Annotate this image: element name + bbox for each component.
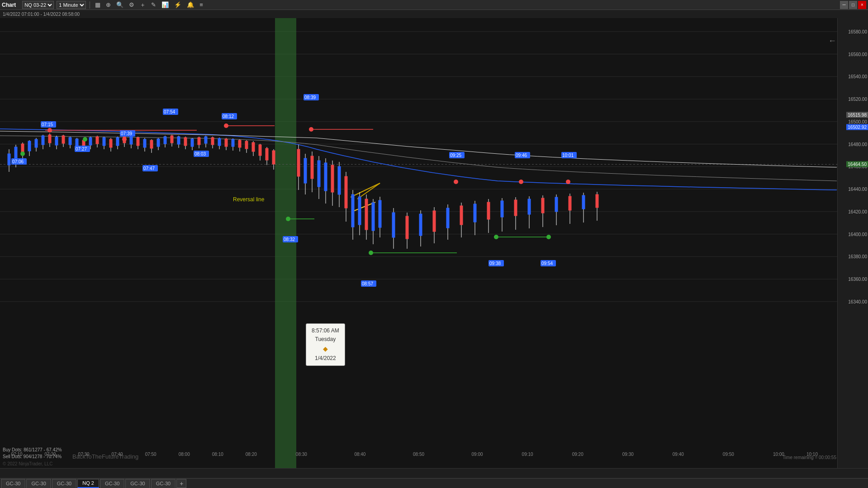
svg-rect-163: [596, 194, 598, 208]
svg-rect-161: [582, 195, 585, 209]
time-label-0910: 09:10: [522, 452, 533, 457]
tab-add-button[interactable]: +: [176, 479, 186, 488]
tooltip-dot: ◆: [312, 344, 339, 354]
time-label-0940: 09:40: [673, 452, 684, 457]
time-label-0950: 09:50: [723, 452, 734, 457]
svg-rect-55: [103, 137, 105, 146]
chart-svg: Reversal line 07:06 07:15 07:27 07:39 07…: [0, 18, 837, 468]
tab-gc30-2[interactable]: GC-30: [26, 479, 51, 488]
svg-rect-97: [245, 141, 248, 149]
time-label-0850: 08:50: [413, 452, 424, 457]
tab-gc30-3[interactable]: GC-30: [52, 479, 76, 488]
svg-rect-105: [272, 151, 275, 164]
svg-text:07:27: 07:27: [76, 147, 87, 152]
app-title: Chart: [2, 2, 16, 8]
svg-text:09:38: 09:38: [489, 261, 501, 266]
price-label-16400: 16400.00: [848, 232, 867, 237]
svg-text:08:03: 08:03: [194, 152, 206, 156]
svg-point-172: [83, 137, 87, 142]
svg-rect-0: [0, 18, 837, 468]
svg-text:07:47: 07:47: [143, 166, 155, 171]
svg-rect-85: [204, 137, 207, 143]
svg-point-171: [20, 152, 25, 156]
tab-nq2[interactable]: NQ 2: [77, 479, 99, 488]
price-label-16540: 16540.00: [848, 74, 867, 79]
price-label-16502: 16502.92: [846, 124, 868, 130]
tooltip-time: 8:57:06 AM: [312, 327, 339, 335]
svg-rect-29: [14, 147, 17, 158]
svg-text:07:39: 07:39: [121, 131, 132, 136]
svg-rect-133: [392, 213, 395, 237]
svg-rect-63: [130, 137, 133, 144]
svg-rect-43: [62, 136, 65, 143]
svg-rect-45: [69, 137, 71, 145]
strategy-icon[interactable]: ⚡: [173, 1, 183, 8]
svg-rect-137: [419, 214, 422, 236]
bar-chart-icon[interactable]: ▦: [94, 1, 102, 8]
copyright: © 2022 NinjaTrader, LLC: [3, 461, 52, 466]
svg-rect-53: [96, 137, 99, 144]
svg-rect-79: [184, 137, 187, 146]
svg-rect-145: [474, 204, 476, 222]
svg-rect-119: [338, 166, 341, 194]
svg-rect-149: [501, 201, 503, 217]
svg-rect-125: [358, 197, 361, 225]
svg-rect-73: [164, 137, 166, 144]
svg-text:10:01: 10:01: [562, 153, 574, 158]
svg-text:07:15: 07:15: [42, 122, 53, 127]
svg-rect-81: [191, 139, 194, 147]
indicator-icon[interactable]: 📊: [160, 1, 170, 8]
back-arrow[interactable]: ←: [828, 36, 836, 46]
instrument-select[interactable]: NQ 03-22: [22, 1, 54, 9]
svg-rect-71: [157, 139, 160, 147]
time-label-0930: 09:30: [622, 452, 634, 457]
price-label-16420: 16420.00: [848, 209, 867, 214]
settings-icon[interactable]: ⚙: [128, 1, 136, 8]
svg-rect-155: [541, 198, 544, 213]
menu-icon[interactable]: ≡: [198, 1, 204, 8]
svg-rect-139: [433, 211, 436, 232]
svg-point-168: [454, 180, 458, 184]
svg-rect-75: [171, 136, 173, 143]
timeframe-select[interactable]: 1 Minute: [57, 1, 86, 9]
svg-point-164: [47, 128, 52, 133]
crosshair-icon[interactable]: ⊕: [104, 1, 112, 8]
price-label-16480: 16480.00: [848, 142, 867, 147]
plus-icon[interactable]: ＋: [138, 1, 147, 9]
time-label-0900: 09:00: [472, 452, 483, 457]
close-button[interactable]: ×: [858, 1, 866, 9]
svg-point-165: [122, 137, 127, 142]
draw-icon[interactable]: ✎: [150, 1, 157, 8]
svg-point-167: [309, 127, 313, 132]
svg-rect-123: [351, 194, 354, 227]
svg-rect-159: [569, 196, 571, 210]
alert-icon[interactable]: 🔔: [185, 1, 195, 8]
svg-text:07:54: 07:54: [164, 109, 175, 114]
svg-text:08:32: 08:32: [284, 237, 295, 242]
svg-rect-129: [372, 203, 375, 231]
time-label-0810: 08:10: [212, 452, 223, 457]
svg-rect-113: [318, 161, 320, 187]
tab-gc30-4[interactable]: GC-30: [100, 479, 124, 488]
tooltip-date: 1/4/2022: [312, 354, 339, 363]
svg-rect-151: [514, 200, 517, 216]
maximize-button[interactable]: □: [849, 1, 857, 9]
svg-point-174: [286, 217, 290, 221]
tab-gc30-1[interactable]: GC-30: [1, 479, 25, 488]
svg-text:08:12: 08:12: [223, 114, 234, 119]
price-label-16520: 16520.00: [848, 97, 867, 102]
svg-rect-117: [331, 165, 334, 192]
svg-rect-41: [55, 137, 58, 145]
svg-text:Reversal line: Reversal line: [233, 196, 265, 203]
tab-gc30-6[interactable]: GC-30: [151, 479, 175, 488]
svg-rect-127: [365, 199, 368, 230]
time-axis-labels: 07:10 07:20 07:30 07:40 07:50 08:00 08:1…: [0, 450, 837, 458]
time-label-0800: 08:00: [179, 452, 190, 457]
svg-rect-143: [460, 206, 463, 225]
price-label-16580: 16580.00: [848, 29, 867, 34]
svg-rect-39: [48, 135, 51, 143]
minimize-button[interactable]: ─: [840, 1, 848, 9]
magnify-icon[interactable]: 🔍: [115, 1, 125, 8]
tab-gc30-5[interactable]: GC-30: [125, 479, 150, 488]
svg-rect-109: [304, 158, 307, 183]
